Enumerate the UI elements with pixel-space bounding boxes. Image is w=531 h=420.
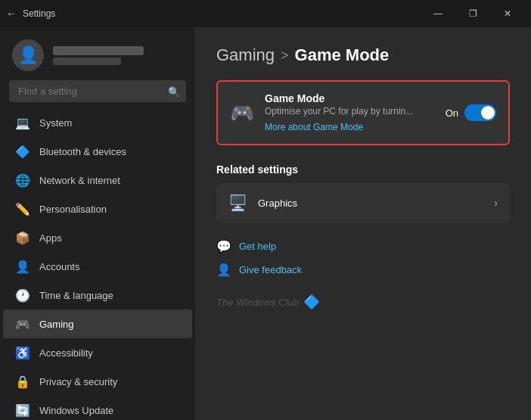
titlebar-left: ← Settings [6,8,55,20]
content-area: Gaming > Game Mode 🎮 Game Mode Optimise … [195,27,531,420]
gaming-icon: 🎮 [15,316,30,331]
bluetooth-icon: 🔷 [15,144,30,159]
user-info [53,46,144,65]
watermark-icon: 🔷 [303,294,320,310]
sidebar-item-network[interactable]: 🌐 Network & internet [3,166,192,194]
settings-item-graphics[interactable]: 🖥️ Graphics › [216,183,510,222]
sidebar-label-apps: Apps [39,232,62,244]
titlebar-title: Settings [23,8,55,19]
give-feedback-link[interactable]: 👤 Give feedback [216,258,510,282]
accessibility-icon: ♿ [15,345,30,360]
time-icon: 🕐 [15,288,30,303]
privacy-icon: 🔒 [15,374,30,389]
titlebar: ← Settings — ❐ ✕ [0,0,531,27]
close-button[interactable]: ✕ [490,0,525,27]
get-help-label: Get help [239,241,276,252]
search-box: 🔍 [9,80,186,102]
game-mode-info: Game Mode Optimise your PC for play by t… [265,92,435,133]
sidebar-label-gaming: Gaming [39,319,74,330]
game-mode-card[interactable]: 🎮 Game Mode Optimise your PC for play by… [216,80,510,145]
game-mode-card-icon: 🎮 [230,101,254,125]
personalisation-icon: ✏️ [15,201,30,216]
user-email [53,58,121,65]
breadcrumb-separator: > [281,48,289,64]
watermark-text: The Windows Club [216,297,299,308]
chevron-right-icon: › [494,197,498,209]
sidebar-item-personalisation[interactable]: ✏️ Personalisation [3,194,192,223]
update-icon: 🔄 [15,403,30,418]
sidebar-label-bluetooth: Bluetooth & devices [39,146,126,157]
watermark: The Windows Club 🔷 [216,294,510,310]
sidebar-item-gaming[interactable]: 🎮 Gaming [3,310,192,338]
related-settings-title: Related settings [216,163,510,176]
network-icon: 🌐 [15,173,30,188]
sidebar-item-system[interactable]: 💻 System [3,108,192,137]
related-settings-section: Related settings 🖥️ Graphics › [216,163,510,222]
graphics-icon: 🖥️ [228,194,247,212]
sidebar-item-accessibility[interactable]: ♿ Accessibility [3,338,192,367]
help-icon: 💬 [216,239,231,254]
sidebar-label-privacy: Privacy & security [39,376,117,387]
settings-item-graphics-label: Graphics [258,198,483,209]
sidebar-label-accounts: Accounts [39,261,79,272]
maximize-button[interactable]: ❐ [455,0,490,27]
sidebar-item-update[interactable]: 🔄 Windows Update [3,396,192,420]
feedback-icon: 👤 [216,263,231,277]
game-mode-description: Optimise your PC for play by turnin... [265,106,435,117]
get-help-link[interactable]: 💬 Get help [216,235,510,258]
search-icon[interactable]: 🔍 [168,86,180,97]
back-icon[interactable]: ← [6,8,17,20]
sidebar-label-time: Time & language [39,290,113,301]
game-mode-toggle-area: On [446,104,496,121]
avatar: 👤 [12,39,44,71]
sidebar-label-accessibility: Accessibility [39,347,93,359]
toggle-label: On [446,107,458,119]
app-body: 👤 🔍 💻 System 🔷 Bluetooth & devices 🌐 [0,27,531,420]
game-mode-toggle[interactable] [464,104,496,121]
user-name [53,46,144,55]
sidebar-item-privacy[interactable]: 🔒 Privacy & security [3,367,192,396]
titlebar-controls: — ❐ ✕ [421,0,525,27]
sidebar-item-time[interactable]: 🕐 Time & language [3,281,192,310]
breadcrumb: Gaming > Game Mode [216,45,510,65]
breadcrumb-current: Game Mode [295,45,390,65]
sidebar-nav: 💻 System 🔷 Bluetooth & devices 🌐 Network… [0,108,195,420]
sidebar-label-network: Network & internet [39,175,120,186]
toggle-knob [481,106,495,120]
sidebar-item-apps[interactable]: 📦 Apps [3,223,192,252]
accounts-icon: 👤 [15,259,30,274]
minimize-button[interactable]: — [421,0,455,27]
breadcrumb-parent[interactable]: Gaming [216,45,275,65]
links-section: 💬 Get help 👤 Give feedback [216,235,510,282]
sidebar-item-accounts[interactable]: 👤 Accounts [3,252,192,281]
sidebar: 👤 🔍 💻 System 🔷 Bluetooth & devices 🌐 [0,27,195,420]
sidebar-label-system: System [39,117,72,129]
sidebar-item-bluetooth[interactable]: 🔷 Bluetooth & devices [3,137,192,166]
apps-icon: 📦 [15,230,30,245]
sidebar-label-update: Windows Update [39,405,113,416]
give-feedback-label: Give feedback [239,264,302,275]
sidebar-label-personalisation: Personalisation [39,204,107,215]
user-profile[interactable]: 👤 [0,27,195,80]
game-mode-link[interactable]: More about Game Mode [265,122,363,132]
game-mode-title: Game Mode [265,92,435,104]
search-input[interactable] [9,80,186,102]
system-icon: 💻 [15,115,30,130]
